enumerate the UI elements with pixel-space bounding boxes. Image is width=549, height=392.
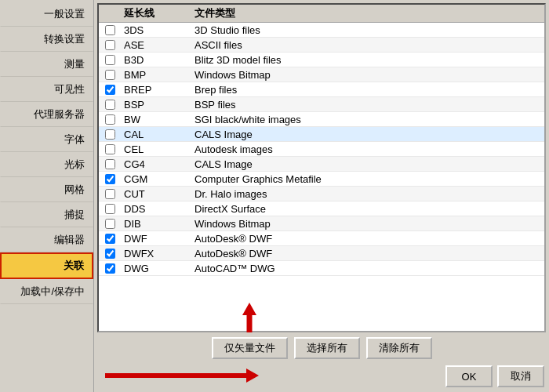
row-checkbox-DIB[interactable] xyxy=(99,219,121,229)
sidebar-item-代理服务器[interactable]: 代理服务器 xyxy=(0,102,93,127)
row-ext-CAL: CAL xyxy=(121,129,191,140)
row-checkbox-CUT[interactable] xyxy=(99,189,121,199)
row-checkbox-CAL[interactable] xyxy=(99,129,121,140)
table-row: CALCALS Image xyxy=(99,127,544,142)
sidebar: 一般设置转换设置测量可见性代理服务器字体光标网格捕捉编辑器关联加载中/保存中 xyxy=(0,0,94,392)
bottom-button-row: OK 取消 xyxy=(97,362,546,389)
main-content: 延长线 文件类型 3DS3D Studio filesASEASCII file… xyxy=(94,0,549,392)
sidebar-item-网格[interactable]: 网格 xyxy=(0,177,93,202)
row-ext-DWG: DWG xyxy=(121,263,191,274)
check-col-header xyxy=(99,6,121,20)
row-type-BSP: BSP files xyxy=(191,99,544,111)
row-ext-BSP: BSP xyxy=(121,99,191,111)
sidebar-item-光标[interactable]: 光标 xyxy=(0,152,93,177)
row-ext-DWFX: DWFX xyxy=(121,248,191,260)
file-type-table: 延长线 文件类型 3DS3D Studio filesASEASCII file… xyxy=(97,3,546,332)
row-checkbox-3DS[interactable] xyxy=(99,25,121,35)
type-col-header: 文件类型 xyxy=(191,6,544,20)
sidebar-item-捕捉[interactable]: 捕捉 xyxy=(0,202,93,227)
row-checkbox-CGM[interactable] xyxy=(99,174,121,184)
table-row: CUTDr. Halo images xyxy=(99,187,544,201)
row-type-CAL: CALS Image xyxy=(191,129,544,140)
table-row: BWSGI black/white images xyxy=(99,112,544,127)
row-type-DWFX: AutoDesk® DWF xyxy=(191,248,544,260)
row-type-DDS: DirectX Surface xyxy=(191,203,544,215)
row-type-CEL: Autodesk images xyxy=(191,143,544,155)
row-ext-DWF: DWF xyxy=(121,233,191,245)
row-type-DWG: AutoCAD™ DWG xyxy=(191,263,544,274)
row-checkbox-DDS[interactable] xyxy=(99,204,121,214)
row-type-BMP: Windows Bitmap xyxy=(191,69,544,81)
cancel-button[interactable]: 取消 xyxy=(497,365,544,387)
row-checkbox-CG4[interactable] xyxy=(99,159,121,169)
table-row: DWGAutoCAD™ DWG xyxy=(99,261,544,276)
row-checkbox-DWF[interactable] xyxy=(99,234,121,244)
row-ext-BW: BW xyxy=(121,114,191,125)
sidebar-item-可见性[interactable]: 可见性 xyxy=(0,77,93,102)
sidebar-item-转换设置[interactable]: 转换设置 xyxy=(0,27,93,52)
row-type-B3D: Blitz 3D model files xyxy=(191,54,544,66)
sidebar-item-测量[interactable]: 测量 xyxy=(0,52,93,77)
row-checkbox-BSP[interactable] xyxy=(99,100,121,110)
sidebar-item-编辑器[interactable]: 编辑器 xyxy=(0,227,93,252)
table-row: 3DS3D Studio files xyxy=(99,23,544,38)
row-type-CG4: CALS Image xyxy=(191,158,544,170)
table-row: DWFXAutoDesk® DWF xyxy=(99,246,544,261)
table-row: BSPBSP files xyxy=(99,97,544,112)
row-ext-BREP: BREP xyxy=(121,84,191,96)
row-checkbox-BREP[interactable] xyxy=(99,85,121,95)
row-type-CUT: Dr. Halo images xyxy=(191,188,544,200)
row-type-3DS: 3D Studio files xyxy=(191,24,544,36)
table-row: BMPWindows Bitmap xyxy=(99,67,544,82)
row-ext-ASE: ASE xyxy=(121,39,191,51)
row-checkbox-DWG[interactable] xyxy=(99,263,121,274)
row-ext-CEL: CEL xyxy=(121,143,191,155)
row-checkbox-DWFX[interactable] xyxy=(99,249,121,259)
row-checkbox-B3D[interactable] xyxy=(99,55,121,65)
table-row: BREPBrep files xyxy=(99,82,544,97)
row-type-DWF: AutoDesk® DWF xyxy=(191,233,544,245)
row-checkbox-CEL[interactable] xyxy=(99,144,121,154)
table-row: B3DBlitz 3D model files xyxy=(99,53,544,67)
row-ext-3DS: 3DS xyxy=(121,24,191,36)
vector-only-button[interactable]: 仅矢量文件 xyxy=(212,337,288,359)
clear-all-button[interactable]: 清除所有 xyxy=(366,337,432,359)
row-type-BREP: Brep files xyxy=(191,84,544,96)
row-type-DIB: Windows Bitmap xyxy=(191,218,544,230)
row-type-CGM: Computer Graphics Metafile xyxy=(191,173,544,185)
row-ext-DIB: DIB xyxy=(121,218,191,230)
table-row: DDSDirectX Surface xyxy=(99,201,544,216)
row-type-ASE: ASCII files xyxy=(191,39,544,51)
row-ext-CUT: CUT xyxy=(121,188,191,200)
sidebar-item-字体[interactable]: 字体 xyxy=(0,127,93,152)
table-row: DIBWindows Bitmap xyxy=(99,216,544,231)
sidebar-item-加载中/保存中[interactable]: 加载中/保存中 xyxy=(0,279,93,304)
sidebar-item-关联[interactable]: 关联 xyxy=(0,252,93,279)
sidebar-item-一般设置[interactable]: 一般设置 xyxy=(0,2,93,27)
row-ext-DDS: DDS xyxy=(121,203,191,215)
ok-button[interactable]: OK xyxy=(445,365,493,387)
middle-button-row: 仅矢量文件 选择所有 清除所有 xyxy=(97,332,546,362)
row-type-BW: SGI black/white images xyxy=(191,114,544,125)
row-checkbox-BW[interactable] xyxy=(99,114,121,125)
table-body: 3DS3D Studio filesASEASCII filesB3DBlitz… xyxy=(99,23,544,331)
row-checkbox-ASE[interactable] xyxy=(99,40,121,50)
row-ext-CG4: CG4 xyxy=(121,158,191,170)
ext-col-header: 延长线 xyxy=(121,6,191,20)
row-ext-BMP: BMP xyxy=(121,69,191,81)
table-header: 延长线 文件类型 xyxy=(99,5,544,23)
table-row: CELAutodesk images xyxy=(99,142,544,157)
table-row: CG4CALS Image xyxy=(99,157,544,172)
table-row: ASEASCII files xyxy=(99,38,544,53)
select-all-button[interactable]: 选择所有 xyxy=(294,337,360,359)
row-ext-CGM: CGM xyxy=(121,173,191,185)
row-checkbox-BMP[interactable] xyxy=(99,70,121,80)
row-ext-B3D: B3D xyxy=(121,54,191,66)
table-row: DWFAutoDesk® DWF xyxy=(99,231,544,246)
table-row: CGMComputer Graphics Metafile xyxy=(99,172,544,187)
